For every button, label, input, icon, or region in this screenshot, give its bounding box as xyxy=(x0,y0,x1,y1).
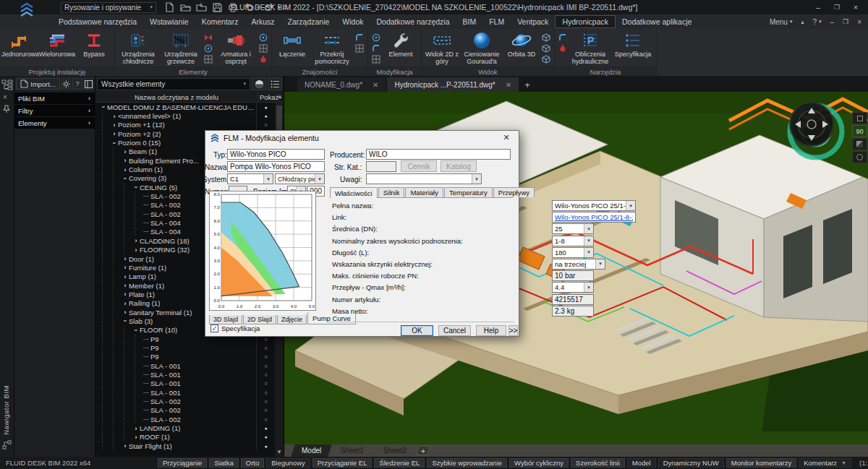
menu-dropdown[interactable]: Menu ▾ xyxy=(766,18,796,26)
visibility-dot[interactable]: ○ xyxy=(256,379,275,388)
menu-tab-bim[interactable]: BIM xyxy=(456,15,483,28)
collapse-icon[interactable]: › xyxy=(132,327,140,334)
status-toggle-przyci-ganie-el[interactable]: Przyciąganie EL xyxy=(312,458,373,468)
visibility-dot[interactable]: ○ xyxy=(256,406,275,415)
sm-blue-fan-icon[interactable] xyxy=(259,33,268,42)
visibility-sphere-icon[interactable] xyxy=(252,77,266,90)
property-tab-w-a-ciwo-ci[interactable]: Właściwości xyxy=(330,187,378,198)
tree-row[interactable]: SLA - 001○ xyxy=(95,388,284,397)
cancel-button[interactable]: Cancel xyxy=(438,325,471,336)
sm-blue-pipe-icon[interactable] xyxy=(558,33,568,42)
sm-gray-grid-icon[interactable] xyxy=(355,43,365,53)
property-combo-d-ugo-l[interactable]: 180▾ xyxy=(552,247,594,258)
sheet-tab-sheet2[interactable]: Sheet2 xyxy=(373,444,417,457)
settings-gear-icon[interactable] xyxy=(61,78,71,90)
drawing-tab-1[interactable]: NONAME_0.dwg*✕ xyxy=(297,77,386,92)
minimize-button[interactable]: – xyxy=(809,0,827,14)
navigator-panel-tab[interactable]: Nawigator BIM xyxy=(2,385,10,435)
navigator-tree-icon[interactable] xyxy=(1,79,13,92)
ribbon-button-przekr-j-pomocniczy[interactable]: Przekrój pomocniczy xyxy=(311,30,353,66)
doc-close-button[interactable]: × xyxy=(854,18,865,26)
tree-row[interactable]: SLA - 001○ xyxy=(95,379,284,388)
visibility-dot[interactable]: ○ xyxy=(256,343,275,352)
expand-icon[interactable]: › xyxy=(122,442,129,449)
sm-red-valve-icon[interactable] xyxy=(204,33,213,42)
menu-tab-zarz-dzanie[interactable]: Zarządzanie xyxy=(281,15,336,28)
menu-tab-dodatkowe-aplikacje[interactable]: Dodatkowe aplikacje xyxy=(616,15,698,28)
scroll-up-icon[interactable]: ▲ xyxy=(277,93,283,100)
import-button[interactable]: Import... xyxy=(16,78,60,90)
sm-blue-pipe-icon[interactable] xyxy=(355,33,365,42)
expand-icon[interactable]: › xyxy=(122,255,129,262)
ribbon-button-element[interactable]: Element xyxy=(383,30,419,59)
menu-tab-arkusz[interactable]: Arkusz xyxy=(244,15,281,28)
menu-tab-wstawianie[interactable]: Wstawianie xyxy=(143,15,195,28)
visibility-dot[interactable]: ○ xyxy=(256,353,275,361)
ribbon-button-czenie[interactable]: Łączenie xyxy=(274,30,310,59)
visibility-dot[interactable]: ○ xyxy=(256,121,275,129)
sheet-tab-sheet1[interactable]: Sheet1 xyxy=(330,444,374,457)
visibility-dot[interactable]: ○ xyxy=(256,370,275,379)
save-icon[interactable] xyxy=(211,2,223,13)
help-icon[interactable]: ? ▾ xyxy=(809,18,825,26)
visibility-dot[interactable]: ○ xyxy=(256,361,275,370)
katalog-button[interactable]: Katalog xyxy=(441,160,477,172)
visibility-dot[interactable]: ○ xyxy=(256,415,275,423)
chevron-down-icon[interactable]: ▾ xyxy=(584,236,593,246)
status-toggle-szybkie-wprowadzanie[interactable]: Szybkie wprowadzanie xyxy=(427,458,507,468)
strkat-field[interactable] xyxy=(366,161,396,172)
tree-row[interactable]: ›<unnamed level> (1)● xyxy=(95,111,284,120)
panel-pin-icon[interactable] xyxy=(3,105,10,115)
open-file-icon[interactable] xyxy=(179,2,191,13)
sm-cube-icon[interactable] xyxy=(542,43,551,53)
visibility-dot[interactable]: ● xyxy=(256,423,275,432)
list-view-icon[interactable] xyxy=(268,77,282,90)
property-tab-materia-y[interactable]: Materiały xyxy=(405,187,443,197)
property-tab-temperatury[interactable]: Temperatury xyxy=(444,187,493,197)
panel-close-icon[interactable]: × xyxy=(3,93,7,101)
tree-row[interactable]: SLA - 002○ xyxy=(95,415,284,423)
chevron-down-icon[interactable]: ▾ xyxy=(584,224,593,233)
menu-tab-dodatkowe-narz-dzia[interactable]: Dodatkowe narzędzia xyxy=(370,15,456,28)
system-combo[interactable]: C1▾ xyxy=(227,173,273,184)
tab-close-icon[interactable]: ✕ xyxy=(373,81,378,89)
ribbon-button-cieniowanie-gouraud-a[interactable]: Cieniowanie Gouraud'a xyxy=(461,30,503,66)
expand-icon[interactable]: › xyxy=(132,237,140,244)
sm-blue-pipe-icon[interactable] xyxy=(372,43,381,53)
menu-tab-ventpack[interactable]: Ventpack xyxy=(511,15,555,28)
menu-tab-widok[interactable]: Widok xyxy=(336,15,370,28)
expand-icon[interactable]: › xyxy=(122,291,129,298)
typ-field[interactable]: Wilo-Yonos PICO xyxy=(227,149,325,160)
tree-row[interactable]: SLA - 001○ xyxy=(95,370,284,379)
sm-blue-fan-icon[interactable] xyxy=(204,43,213,53)
workspace-dropdown[interactable]: Rysowanie i opisywanie ▾ xyxy=(61,2,156,13)
ribbon-button-orbita-3d[interactable]: Orbita 3D xyxy=(503,30,540,59)
specification-checkbox[interactable]: ✓ xyxy=(210,324,218,332)
sidebar-item-elementy[interactable]: Elementy› xyxy=(14,117,95,129)
ribbon-button-widok-2d-z-g-ry[interactable]: Widok 2D z góry xyxy=(424,30,460,66)
expand-icon[interactable]: › xyxy=(122,148,129,155)
nazwa-field[interactable]: Pompa Wilo-Yonos PICO xyxy=(227,161,325,172)
tree-row[interactable]: P9○ xyxy=(95,343,284,352)
status-toggle-siatka[interactable]: Siatka xyxy=(209,458,238,468)
expand-icon[interactable]: › xyxy=(122,157,129,164)
system-type-combo[interactable]: Chłodzący pierwotny▾ xyxy=(275,173,325,184)
tab-close-icon[interactable]: ✕ xyxy=(506,81,511,89)
tree-row[interactable]: SLA - 002○ xyxy=(95,406,284,415)
preview-tab-zdj-cie[interactable]: Zdjęcie xyxy=(277,315,307,324)
status-toggle-wyb-r-cykliczny[interactable]: Wybór cykliczny xyxy=(509,458,569,468)
menu-tab-hydronicpack[interactable]: Hydronicpack xyxy=(555,15,616,28)
visibility-dot[interactable]: ● xyxy=(256,103,275,111)
add-sheet-button[interactable]: + xyxy=(416,446,430,455)
menu-tab-flm[interactable]: FLM xyxy=(482,15,511,28)
ribbon-button-armatura-i-osprz-t[interactable]: Armatura i osprzęt xyxy=(215,30,257,66)
tree-row[interactable]: ›MODEL DOMU Z BASENEM-LICENCJA EDUKACYJN… xyxy=(95,103,284,111)
status-toggle-szeroko-linii[interactable]: Szerokość linii xyxy=(571,458,625,468)
visibility-dot[interactable]: ○ xyxy=(256,397,275,405)
collapse-icon[interactable]: › xyxy=(100,103,107,111)
collapse-icon[interactable]: › xyxy=(111,139,118,147)
preview-tab-2d-slajd[interactable]: 2D Slajd xyxy=(243,315,276,324)
menu-tab-podstawowe-narz-dzia[interactable]: Podstawowe narzędzia xyxy=(52,15,143,28)
ribbon-button-jednorurowa[interactable]: Jednorurowa xyxy=(2,30,38,59)
expand-icon[interactable]: › xyxy=(132,434,140,441)
